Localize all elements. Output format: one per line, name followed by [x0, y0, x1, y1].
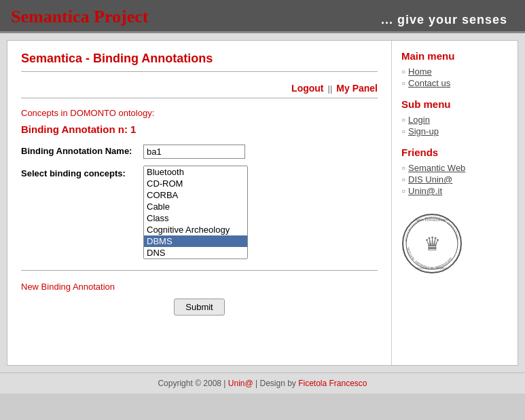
- new-annotation-link[interactable]: New Binding Annotation: [21, 282, 115, 292]
- main-menu-item-home[interactable]: Home: [401, 66, 508, 77]
- nav-bar: Logout || My Panel: [21, 79, 378, 98]
- annotation-name-input[interactable]: [143, 145, 245, 159]
- seal-image: AVOVSTPFRIDERICV RATOROMANORVS ♛ AVGVSTP…: [401, 213, 463, 274]
- binding-concepts-select[interactable]: BluetoothCD-ROMCORBACableClassCognitive …: [143, 166, 248, 259]
- select-label: Select binding concepts:: [21, 166, 143, 178]
- sub-menu-item-signup[interactable]: Sign-up: [401, 126, 508, 137]
- footer: Copyright © 2008 | Unin@ | Design by Fic…: [0, 373, 525, 394]
- sub-menu-list: Login Sign-up: [401, 114, 508, 137]
- main-menu-title: Main menu: [401, 50, 508, 62]
- form-divider: [21, 270, 378, 271]
- annotation-name-row: Binding Annotation Name:: [21, 145, 378, 159]
- nav-separator: ||: [328, 83, 333, 94]
- mypanel-link[interactable]: My Panel: [336, 83, 378, 94]
- signup-link[interactable]: Sign-up: [408, 126, 439, 136]
- sub-menu-item-login[interactable]: Login: [401, 114, 508, 126]
- friends-item-semantic-web[interactable]: Semantic Web: [401, 162, 508, 174]
- annotation-title: Binding Annotation n: 1: [21, 123, 378, 135]
- footer-copyright: Copyright © 2008: [158, 379, 221, 388]
- semantic-web-link[interactable]: Semantic Web: [408, 163, 465, 173]
- sub-menu-title: Sub menu: [401, 98, 508, 110]
- page-title-static: Semantica: [21, 52, 82, 65]
- svg-text:♛: ♛: [424, 233, 441, 254]
- submit-button[interactable]: Submit: [174, 299, 224, 316]
- footer-unin-link[interactable]: Unin@: [228, 379, 253, 388]
- submit-area: Submit: [21, 299, 378, 316]
- binding-concepts-row: Select binding concepts: BluetoothCD-ROM…: [21, 166, 378, 259]
- friends-title: Friends: [401, 147, 508, 158]
- dis-unin-link[interactable]: DIS Unin@: [408, 174, 452, 185]
- site-title: Semantica Project: [11, 7, 148, 27]
- friends-item-dis[interactable]: DIS Unin@: [401, 174, 508, 185]
- login-link[interactable]: Login: [408, 115, 430, 125]
- home-link[interactable]: Home: [408, 66, 432, 77]
- tagline: ... give your senses: [381, 13, 514, 27]
- main-menu-list: Home Contact us: [401, 66, 508, 89]
- annotation-name-label: Binding Annotation Name:: [21, 145, 143, 156]
- footer-design-text: | Design by: [255, 379, 296, 388]
- page-title-highlight: - Binding Annotations: [86, 52, 213, 65]
- footer-designer-link[interactable]: Ficetola Francesco: [298, 379, 367, 388]
- contact-link[interactable]: Contact us: [408, 78, 450, 88]
- logout-link[interactable]: Logout: [291, 83, 323, 94]
- concepts-label: Concepts in DOMONTO ontology:: [21, 108, 378, 118]
- page-title: Semantica - Binding Annotations: [21, 52, 378, 72]
- friends-item-unin[interactable]: Unin@.it: [401, 185, 508, 197]
- main-menu-item-contact[interactable]: Contact us: [401, 77, 508, 89]
- friends-list: Semantic Web DIS Unin@ Unin@.it: [401, 162, 508, 197]
- unin-it-link[interactable]: Unin@.it: [408, 186, 442, 196]
